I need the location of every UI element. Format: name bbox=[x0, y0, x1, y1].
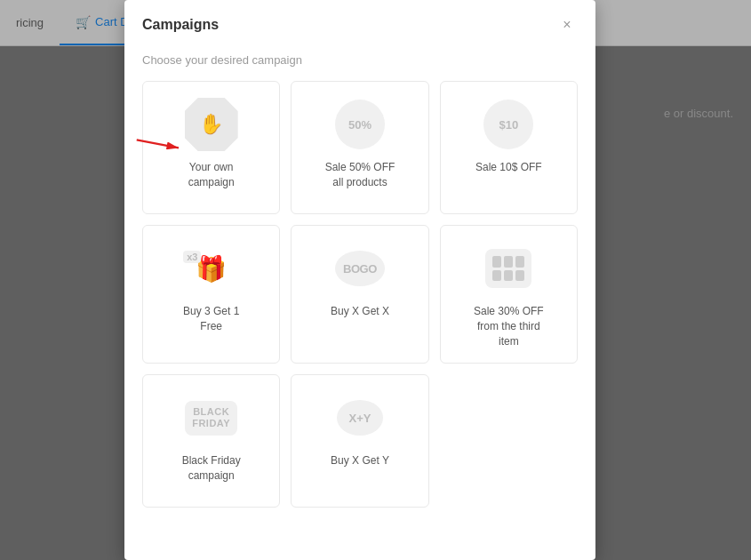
30off-icon-wrap bbox=[480, 244, 537, 293]
own-campaign-icon-wrap: ✋ bbox=[183, 100, 240, 149]
own-campaign-label: Your owncampaign bbox=[188, 160, 235, 190]
bf-friday-text: FRIDAY bbox=[192, 418, 230, 429]
grid-cell-3 bbox=[515, 256, 524, 268]
campaign-card-50off[interactable]: 50% Sale 50% OFFall products bbox=[291, 81, 428, 214]
10off-icon-wrap: $10 bbox=[480, 100, 537, 149]
campaign-card-30off-third[interactable]: Sale 30% OFFfrom the thirditem bbox=[440, 225, 578, 364]
50off-badge: 50% bbox=[335, 100, 385, 149]
modal-header: Campaigns × bbox=[124, 0, 595, 50]
buy3get1-icon-wrap: x3 🎁 bbox=[183, 244, 240, 293]
campaigns-modal: Campaigns × Choose your desired campaign… bbox=[124, 0, 595, 560]
grid-icon bbox=[485, 249, 531, 288]
modal-subtitle: Choose your desired campaign bbox=[124, 50, 595, 81]
buyxgety-icon-wrap: X+Y bbox=[332, 393, 388, 443]
close-button[interactable]: × bbox=[556, 14, 578, 36]
30off-third-label: Sale 30% OFFfrom the thirditem bbox=[474, 304, 544, 348]
campaign-card-own[interactable]: ✋ Your owncampaign bbox=[142, 81, 280, 214]
grid-cell-6 bbox=[515, 270, 524, 282]
campaign-card-10off[interactable]: $10 Sale 10$ OFF bbox=[440, 81, 578, 214]
campaign-card-buyxgetx[interactable]: BOGO Buy X Get X bbox=[291, 225, 428, 364]
bf-black-text: BLACK bbox=[193, 406, 229, 418]
xy-icon: X+Y bbox=[337, 400, 383, 436]
campaign-card-buyxgety[interactable]: X+Y Buy X Get Y bbox=[291, 374, 428, 508]
modal-title: Campaigns bbox=[142, 17, 219, 33]
grid-cell-2 bbox=[504, 256, 513, 268]
black-friday-icon: BLACK FRIDAY bbox=[185, 401, 237, 435]
10off-label: Sale 10$ OFF bbox=[475, 160, 542, 175]
50off-icon-wrap: 50% bbox=[332, 100, 388, 149]
black-friday-icon-wrap: BLACK FRIDAY bbox=[183, 393, 240, 443]
buyxgetx-icon-wrap: BOGO bbox=[332, 244, 388, 293]
grid-cell-5 bbox=[504, 270, 513, 282]
gift-wrap-icon: x3 🎁 bbox=[196, 254, 227, 284]
x3-badge: x3 bbox=[183, 251, 201, 263]
grid-cell-4 bbox=[492, 270, 501, 282]
50off-label: Sale 50% OFFall products bbox=[325, 160, 395, 190]
bogo-icon: BOGO bbox=[335, 251, 385, 286]
10off-badge: $10 bbox=[483, 100, 533, 149]
grid-cell-1 bbox=[492, 256, 501, 268]
black-friday-label: Black Fridaycampaign bbox=[182, 453, 241, 484]
buyxgetx-label: Buy X Get X bbox=[331, 304, 389, 319]
buyxgety-label: Buy X Get Y bbox=[331, 453, 389, 468]
campaign-card-black-friday[interactable]: BLACK FRIDAY Black Fridaycampaign bbox=[142, 374, 280, 508]
hand-icon: ✋ bbox=[185, 98, 238, 151]
buy3get1-label: Buy 3 Get 1Free bbox=[183, 304, 239, 334]
campaign-card-buy3get1[interactable]: x3 🎁 Buy 3 Get 1Free bbox=[142, 225, 280, 364]
campaign-grid: ✋ Your owncampaign 50% Sale 50% OFFall p… bbox=[124, 81, 595, 525]
